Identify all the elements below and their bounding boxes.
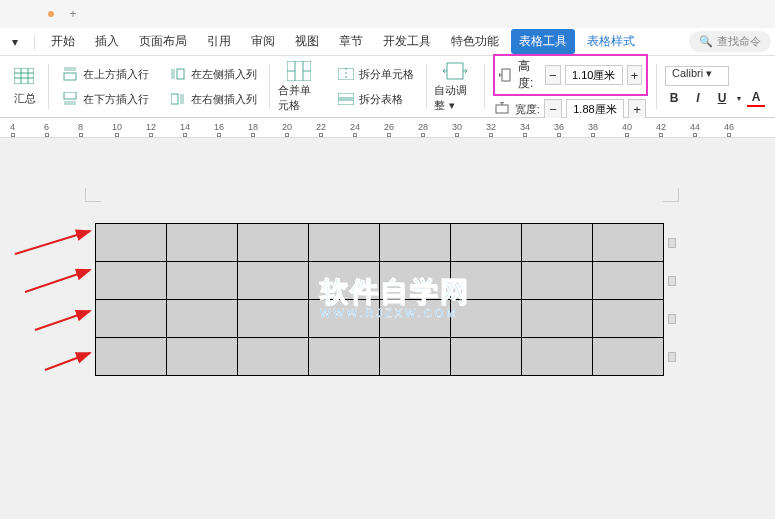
dimensions-group: 高度: − + 宽度: − + <box>487 54 654 119</box>
row-handle[interactable] <box>668 276 676 286</box>
svg-rect-6 <box>64 67 76 71</box>
annotation-arrow <box>15 226 95 259</box>
insert-row-below-button[interactable]: 在下方插入行 <box>57 88 153 110</box>
insert-right-icon <box>169 90 187 108</box>
svg-rect-25 <box>502 69 510 81</box>
insert-cols-group: 在左侧插入列 在右侧插入列 <box>159 63 267 110</box>
insert-row-above-button[interactable]: 在上方插入行 <box>57 63 153 85</box>
row-handle[interactable] <box>668 238 676 248</box>
autofit-icon <box>443 61 467 81</box>
summary-button[interactable]: 汇总 <box>10 89 40 108</box>
table-row <box>96 338 664 376</box>
font-select[interactable]: Calibri ▾ <box>665 66 729 86</box>
menu-chapter[interactable]: 章节 <box>331 29 371 54</box>
insert-col-left-button[interactable]: 在左侧插入列 <box>165 63 261 85</box>
width-increase-button[interactable]: + <box>628 99 646 119</box>
underline-button[interactable]: U <box>713 89 731 107</box>
underline-dropdown[interactable]: ▾ <box>737 94 741 103</box>
menu-references[interactable]: 引用 <box>199 29 239 54</box>
height-highlight: 高度: − + <box>493 54 648 96</box>
autofit-label: 自动调整 ▾ <box>434 83 476 113</box>
width-decrease-button[interactable]: − <box>544 99 562 119</box>
svg-line-33 <box>45 353 90 370</box>
insert-above-label: 在上方插入行 <box>83 67 149 82</box>
insert-rows-cols-group: 在上方插入行 在下方插入行 <box>51 63 159 110</box>
toolbar: 汇总 在上方插入行 在下方插入行 在左侧插入列 在右侧插入列 合并单元格 拆分单… <box>0 56 775 118</box>
width-label: 宽度: <box>515 102 540 117</box>
height-decrease-button[interactable]: − <box>545 65 561 85</box>
font-color-button[interactable]: A <box>747 89 765 107</box>
auto-fit-button[interactable]: 自动调整 ▾ <box>428 57 482 117</box>
insert-right-label: 在右侧插入列 <box>191 92 257 107</box>
split-cell-icon <box>337 65 355 83</box>
split-group: 拆分单元格 拆分表格 <box>327 63 424 110</box>
horizontal-ruler[interactable]: 4681012141618202224262830323436384042444… <box>0 118 775 138</box>
divider <box>48 64 49 109</box>
menu-special[interactable]: 特色功能 <box>443 29 507 54</box>
menu-layout[interactable]: 页面布局 <box>131 29 195 54</box>
split-cell-label: 拆分单元格 <box>359 67 414 82</box>
split-table-button[interactable]: 拆分表格 <box>333 88 418 110</box>
menu-review[interactable]: 审阅 <box>243 29 283 54</box>
table-row <box>96 300 664 338</box>
divider <box>484 64 485 109</box>
height-increase-button[interactable]: + <box>627 65 643 85</box>
svg-rect-27 <box>496 105 508 113</box>
svg-rect-8 <box>64 101 76 105</box>
search-box[interactable]: 🔍 查找命令 <box>689 31 771 52</box>
svg-rect-0 <box>14 68 34 84</box>
svg-rect-10 <box>171 69 175 79</box>
divider <box>656 64 657 109</box>
font-name: Calibri <box>672 67 703 79</box>
width-row: 宽度: − + <box>493 99 648 119</box>
row-handle[interactable] <box>668 352 676 362</box>
split-table-icon <box>337 90 355 108</box>
width-icon <box>493 100 511 118</box>
split-cell-button[interactable]: 拆分单元格 <box>333 63 418 85</box>
divider <box>426 64 427 109</box>
title-bar: + <box>0 0 775 28</box>
document-area: 软件自学网 WWW.RJZXW.COM <box>0 138 775 519</box>
document-table[interactable] <box>95 223 664 376</box>
svg-rect-9 <box>177 69 184 79</box>
dropdown-indicator[interactable]: ▾ <box>4 31 26 53</box>
menu-start[interactable]: 开始 <box>43 29 83 54</box>
svg-rect-11 <box>171 94 178 104</box>
margin-marker-tl <box>85 188 101 202</box>
menu-devtools[interactable]: 开发工具 <box>375 29 439 54</box>
margin-marker-tr <box>663 188 679 202</box>
svg-line-31 <box>25 270 90 292</box>
annotation-arrow <box>45 350 95 375</box>
annotation-arrow <box>35 308 95 335</box>
summary-icon[interactable] <box>10 66 40 86</box>
insert-col-right-button[interactable]: 在右侧插入列 <box>165 88 261 110</box>
svg-rect-7 <box>64 92 76 99</box>
menu-table-style[interactable]: 表格样式 <box>579 29 643 54</box>
bold-button[interactable]: B <box>665 89 683 107</box>
menu-view[interactable]: 视图 <box>287 29 327 54</box>
width-input[interactable] <box>566 99 624 119</box>
annotation-arrow <box>25 266 95 297</box>
svg-rect-22 <box>447 63 463 79</box>
table-icon <box>14 68 34 84</box>
search-placeholder: 查找命令 <box>717 34 761 49</box>
insert-below-icon <box>61 90 79 108</box>
height-input[interactable] <box>565 65 623 85</box>
merge-cells-button[interactable]: 合并单元格 <box>272 57 327 117</box>
menu-insert[interactable]: 插入 <box>87 29 127 54</box>
tab-indicator <box>48 11 54 17</box>
insert-left-icon <box>169 65 187 83</box>
row-handle[interactable] <box>668 314 676 324</box>
table-row <box>96 224 664 262</box>
height-label: 高度: <box>518 58 541 92</box>
svg-rect-21 <box>338 100 354 105</box>
font-group: Calibri ▾ B I U ▾ A <box>659 66 771 107</box>
svg-rect-5 <box>64 73 76 80</box>
new-tab-button[interactable]: + <box>62 3 84 25</box>
italic-button[interactable]: I <box>689 89 707 107</box>
svg-rect-20 <box>338 93 354 98</box>
height-icon <box>499 66 514 84</box>
menu-table-tools[interactable]: 表格工具 <box>511 29 575 54</box>
insert-above-icon <box>61 65 79 83</box>
svg-line-32 <box>35 311 90 330</box>
